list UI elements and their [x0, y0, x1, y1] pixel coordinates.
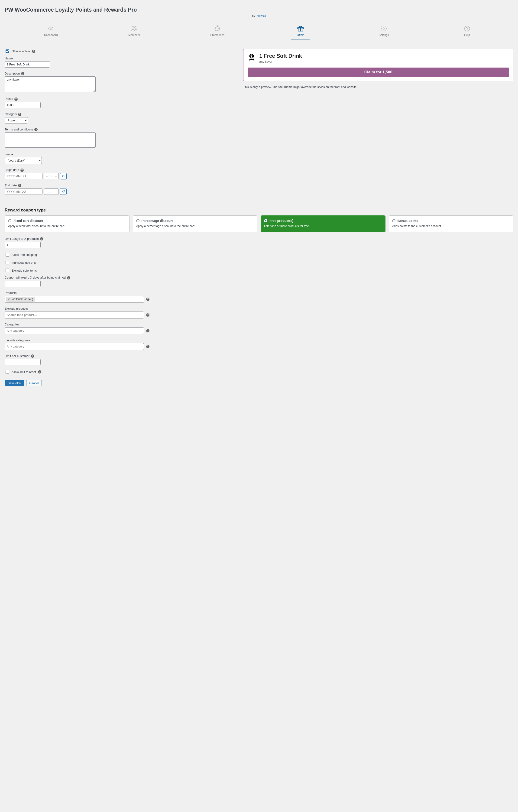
exclude-categories-label: Exclude categories [5, 339, 513, 342]
products-select[interactable]: × Soft Drink (#3248) [5, 296, 144, 303]
tab-promotions[interactable]: Promotions [208, 25, 227, 39]
end-date-input[interactable] [5, 188, 42, 195]
end-time-input[interactable] [44, 188, 59, 195]
help-icon[interactable]: ? [146, 298, 149, 301]
preview-note: This is only a preview. The site Theme m… [243, 85, 513, 89]
preview-title: 1 Free Soft Drink [259, 53, 302, 59]
gauge-icon [47, 25, 55, 32]
help-icon[interactable]: ? [34, 128, 37, 131]
help-icon[interactable]: ? [40, 237, 43, 240]
end-reset-button[interactable]: ↺ [60, 188, 67, 195]
exclude-products-input[interactable] [6, 312, 142, 318]
help-icon [463, 25, 471, 32]
help-icon[interactable]: ? [18, 113, 21, 116]
tab-help[interactable]: Help [458, 25, 477, 39]
image-select[interactable]: Award (Dark) [5, 157, 42, 164]
expire-input[interactable] [5, 281, 40, 287]
category-select[interactable]: Appetizers [5, 117, 28, 123]
exclude-sale-checkbox[interactable] [6, 268, 9, 272]
tab-members[interactable]: Members [125, 25, 143, 39]
radio-icon [8, 219, 11, 222]
tab-settings[interactable]: Settings [375, 25, 393, 39]
products-label: Products [5, 291, 513, 295]
help-icon[interactable]: ? [21, 169, 24, 172]
help-icon[interactable]: ? [67, 276, 70, 280]
exclude-sale-label: Exclude sale items [11, 269, 37, 272]
individual-use-label: Individual use only [11, 261, 36, 264]
chip-remove-icon[interactable]: × [8, 297, 10, 301]
help-icon[interactable]: ? [31, 354, 34, 358]
users-icon [130, 25, 138, 32]
active-label: Offer is active [11, 50, 30, 53]
limit-usage-input[interactable] [5, 242, 40, 248]
points-input[interactable] [5, 102, 40, 108]
categories-input[interactable] [6, 328, 142, 334]
description-label: Description ? [5, 72, 238, 76]
help-icon[interactable]: ? [146, 345, 149, 348]
begin-date-label: Begin date ? [5, 168, 238, 172]
exclude-products-select[interactable] [5, 312, 144, 318]
coupon-type-percentage[interactable]: Percentage discount Apply a percentage d… [133, 215, 258, 232]
allow-reset-checkbox[interactable] [6, 370, 9, 374]
help-icon[interactable]: ? [38, 370, 41, 374]
limit-per-customer-input[interactable] [5, 359, 40, 365]
points-label: Points ? [5, 97, 238, 101]
categories-select[interactable] [5, 327, 144, 334]
tc-input[interactable] [5, 132, 96, 148]
preview-card: 1 Free Soft Drink any flavor Claim for 1… [243, 49, 513, 81]
svg-point-3 [219, 28, 219, 29]
save-button[interactable]: Save offer [5, 380, 24, 386]
free-shipping-checkbox[interactable] [6, 253, 9, 257]
tc-label: Terms and conditions ? [5, 128, 238, 132]
coupon-types: Fixed cart discount Apply a fixed total … [5, 215, 513, 232]
image-label: Image [5, 152, 238, 156]
company-link[interactable]: Pimwick [256, 14, 266, 18]
begin-reset-button[interactable]: ↺ [60, 173, 67, 179]
begin-date-input[interactable] [5, 173, 42, 179]
coupon-type-bonus-points[interactable]: Bonus points Adds points to the customer… [389, 215, 514, 232]
award-icon [248, 53, 256, 62]
help-icon[interactable]: ? [146, 313, 149, 317]
svg-point-9 [250, 54, 254, 58]
coupon-type-fixed[interactable]: Fixed cart discount Apply a fixed total … [5, 215, 130, 232]
help-icon[interactable]: ? [32, 50, 35, 53]
claim-button[interactable]: Claim for 1,500 [248, 67, 509, 77]
help-icon[interactable]: ? [18, 184, 21, 187]
tab-dashboard[interactable]: Dashboard [41, 25, 60, 39]
help-icon[interactable]: ? [21, 72, 24, 75]
coupon-section-title: Reward coupon type [5, 208, 513, 213]
page-title: PW WooCommerce Loyalty Points and Reward… [5, 6, 513, 13]
product-chip: × Soft Drink (#3248) [6, 297, 35, 301]
name-input[interactable] [5, 61, 50, 67]
limit-usage-label: Limit usage to X products ? [5, 237, 513, 241]
svg-point-2 [134, 26, 136, 28]
name-label: Name [5, 57, 238, 60]
allow-reset-label: Allow limit to reset [11, 370, 36, 374]
begin-time-input[interactable] [44, 173, 59, 179]
help-icon[interactable]: ? [15, 97, 18, 101]
coupon-type-free-products[interactable]: Free product(s) Offer one or more produc… [261, 215, 385, 232]
byline: by Pimwick [5, 14, 513, 18]
cancel-button[interactable]: Cancel [26, 380, 41, 386]
categories-label: Categories [5, 323, 513, 326]
radio-icon [392, 219, 396, 222]
products-search-input[interactable] [36, 296, 142, 302]
exclude-categories-input[interactable] [6, 344, 142, 349]
gear-icon [380, 25, 388, 32]
svg-point-10 [251, 55, 253, 57]
help-icon[interactable]: ? [146, 329, 149, 332]
free-shipping-label: Allow free shipping [11, 253, 37, 257]
expire-label: Coupon will expire X days after being cl… [5, 276, 513, 280]
description-input[interactable] [5, 76, 96, 92]
preview-subtitle: any flavor [259, 60, 302, 63]
radio-icon [136, 219, 140, 222]
exclude-categories-select[interactable] [5, 343, 144, 350]
individual-use-checkbox[interactable] [6, 261, 9, 264]
tab-offers[interactable]: Offers [291, 25, 310, 39]
svg-point-8 [467, 30, 467, 30]
svg-point-1 [132, 26, 134, 28]
piggy-icon [213, 25, 222, 32]
exclude-products-label: Exclude products [5, 307, 513, 310]
active-checkbox[interactable] [6, 50, 9, 53]
tabs: Dashboard Members Promotions Offers Sett… [5, 25, 513, 39]
